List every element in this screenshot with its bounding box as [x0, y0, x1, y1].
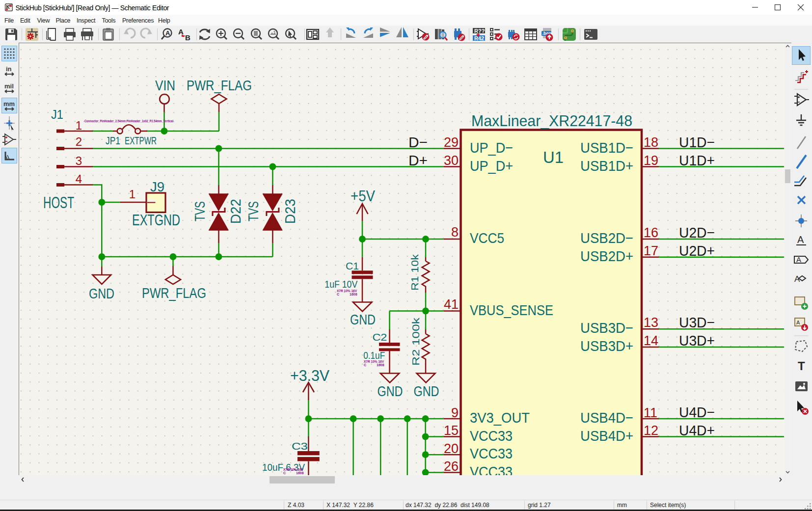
svg-text:X7R 10% 16V: X7R 10% 16V — [337, 289, 357, 293]
svg-text:20: 20 — [444, 441, 459, 456]
svg-text:USB4D−: USB4D− — [580, 410, 633, 426]
svg-text:U1D−: U1D− — [679, 134, 715, 150]
svg-text:GND: GND — [378, 383, 403, 399]
svg-text:VCC33: VCC33 — [470, 464, 513, 476]
svg-text:D+: D+ — [408, 152, 428, 168]
svg-text:U3D−: U3D− — [679, 314, 715, 330]
svg-text:Connector_PinHeader_2.54mm:Pin: Connector_PinHeader_2.54mm:PinHeader_1x0… — [84, 119, 173, 123]
svg-text:1608: 1608 — [350, 293, 357, 296]
svg-text:C3: C3 — [292, 440, 308, 452]
svg-text:X7R 10% 16V: X7R 10% 16V — [364, 360, 384, 363]
svg-text:EXTGND: EXTGND — [132, 212, 180, 229]
svg-text:30: 30 — [444, 153, 459, 168]
svg-text:T: T — [798, 359, 805, 373]
svg-text:A: A — [796, 255, 801, 264]
svg-text:USB2D+: USB2D+ — [580, 248, 633, 264]
svg-text:J1: J1 — [51, 107, 63, 122]
svg-text:18: 18 — [644, 135, 658, 150]
svg-text:VBUS_SENSE: VBUS_SENSE — [470, 302, 553, 318]
svg-text:PWR_FLAG: PWR_FLAG — [142, 285, 206, 301]
svg-text:A: A — [796, 320, 800, 325]
svg-text:1uF 10V: 1uF 10V — [325, 278, 357, 290]
svg-text:VIN: VIN — [155, 78, 175, 93]
svg-text:2: 2 — [76, 135, 82, 148]
svg-text:GND: GND — [89, 285, 114, 301]
svg-text:R??: R?? — [474, 28, 485, 34]
svg-text:EXTPWR: EXTPWR — [125, 134, 157, 147]
svg-text:TVS: TVS — [245, 201, 261, 221]
svg-text:USB3D−: USB3D− — [580, 320, 633, 336]
svg-text:GND: GND — [350, 311, 376, 327]
svg-text:+3.3V: +3.3V — [290, 367, 329, 384]
svg-text:R42: R42 — [474, 35, 484, 41]
svg-text:A: A — [165, 29, 170, 37]
svg-text:USB1D+: USB1D+ — [580, 158, 633, 174]
svg-text:U3D+: U3D+ — [679, 332, 715, 349]
svg-text:MaxLinear_XR22417-48: MaxLinear_XR22417-48 — [471, 112, 632, 130]
svg-text:U2D+: U2D+ — [679, 242, 715, 259]
svg-text:R2 100k: R2 100k — [410, 317, 421, 366]
svg-text:3: 3 — [76, 154, 82, 167]
svg-text:mil: mil — [4, 82, 14, 90]
svg-text:A: A — [797, 234, 804, 245]
svg-text:U1: U1 — [543, 148, 564, 166]
svg-text:VCC5: VCC5 — [470, 230, 504, 246]
svg-text:C2: C2 — [372, 332, 387, 343]
svg-text:UP_D−: UP_D− — [470, 140, 513, 156]
svg-text:C: C — [337, 293, 339, 296]
svg-text:U2D−: U2D− — [679, 224, 715, 241]
svg-text:U1D+: U1D+ — [679, 152, 715, 168]
svg-text:USB3D+: USB3D+ — [580, 338, 633, 354]
svg-text:D−: D− — [408, 134, 428, 150]
svg-text:29: 29 — [444, 135, 459, 150]
svg-text:19: 19 — [644, 153, 658, 168]
svg-text:9: 9 — [451, 405, 459, 420]
svg-text:12: 12 — [644, 423, 658, 438]
svg-text:C: C — [283, 471, 286, 475]
svg-text:26: 26 — [444, 459, 459, 474]
svg-text:VCC33: VCC33 — [470, 446, 513, 461]
svg-text:mm: mm — [3, 100, 15, 108]
svg-text:1608: 1608 — [377, 363, 384, 367]
svg-text:C1: C1 — [346, 261, 359, 271]
svg-text:JP1: JP1 — [106, 134, 120, 147]
svg-text:TVS: TVS — [192, 201, 208, 221]
svg-text:0.1uF: 0.1uF — [363, 350, 385, 361]
svg-text:14: 14 — [644, 333, 658, 348]
svg-text:GND: GND — [414, 383, 439, 399]
svg-text:41: 41 — [444, 297, 459, 312]
svg-text:3V3_OUT: 3V3_OUT — [470, 410, 530, 426]
svg-text:4: 4 — [76, 172, 82, 186]
svg-text:+5V: +5V — [351, 188, 375, 205]
svg-text:1608: 1608 — [296, 471, 304, 475]
svg-text:A: A — [178, 27, 184, 36]
svg-text:VCC33: VCC33 — [470, 428, 513, 444]
svg-text:C: C — [364, 363, 366, 367]
svg-text:17: 17 — [644, 243, 658, 258]
svg-text:USB4D+: USB4D+ — [580, 428, 633, 444]
svg-text:11: 11 — [644, 405, 657, 420]
svg-text:USB1D−: USB1D− — [580, 140, 633, 156]
svg-text:D22: D22 — [228, 199, 244, 224]
svg-text:HOST: HOST — [43, 193, 74, 212]
svg-text:in: in — [6, 65, 12, 73]
svg-text:U4D+: U4D+ — [679, 422, 715, 438]
svg-text:PWR_FLAG: PWR_FLAG — [187, 78, 252, 93]
svg-text:USB2D−: USB2D− — [580, 230, 633, 246]
svg-text:UP_D+: UP_D+ — [470, 158, 513, 174]
svg-text:1: 1 — [76, 119, 82, 132]
svg-text:15: 15 — [444, 423, 459, 438]
svg-text:16: 16 — [644, 225, 658, 240]
svg-text:D23: D23 — [282, 199, 298, 224]
svg-text:8: 8 — [451, 225, 459, 240]
svg-text:X7R 10% 16V: X7R 10% 16V — [283, 468, 303, 471]
svg-text:R1 10k: R1 10k — [409, 254, 420, 291]
svg-text:1: 1 — [129, 188, 135, 201]
svg-text:J9: J9 — [150, 180, 164, 194]
svg-text:13: 13 — [644, 315, 658, 330]
svg-text:U4D−: U4D− — [679, 404, 715, 420]
svg-text:B: B — [185, 33, 190, 42]
